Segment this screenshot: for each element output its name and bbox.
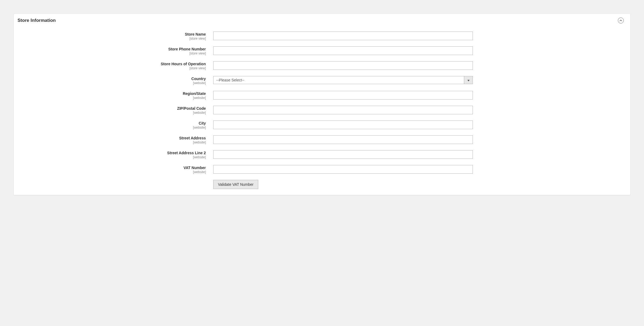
collapse-toggle-button[interactable] [618, 18, 624, 23]
store-phone-label-col: Store Phone Number [store view] [20, 46, 213, 55]
store-information-panel: Store Information Store Name [store view… [13, 13, 631, 195]
street1-row: Street Address [website] [20, 135, 624, 144]
region-state-scope: [website] [20, 96, 206, 100]
chevron-up-icon [619, 19, 622, 23]
zip-label-col: ZIP/Postal Code [website] [20, 106, 213, 115]
city-label-col: City [website] [20, 121, 213, 129]
zip-row: ZIP/Postal Code [website] [20, 106, 624, 115]
region-state-label: Region/State [20, 91, 206, 96]
store-name-label: Store Name [20, 32, 206, 36]
store-phone-label: Store Phone Number [20, 47, 206, 51]
region-state-label-col: Region/State [website] [20, 91, 213, 100]
store-hours-label: Store Hours of Operation [20, 62, 206, 66]
store-phone-input[interactable] [213, 46, 473, 55]
country-scope: [website] [20, 81, 206, 85]
country-select-arrow [464, 76, 473, 84]
city-input-col [213, 121, 473, 129]
store-phone-scope: [store view] [20, 52, 206, 55]
store-phone-input-col [213, 46, 473, 55]
validate-vat-spacer [20, 180, 213, 180]
vat-row: VAT Number [website] [20, 165, 624, 174]
street1-scope: [website] [20, 140, 206, 144]
store-hours-input[interactable] [213, 61, 473, 70]
country-select-value: --Please Select-- [213, 76, 464, 84]
street1-label: Street Address [20, 136, 206, 140]
validate-vat-button-col: Validate VAT Number [213, 180, 473, 189]
city-scope: [website] [20, 126, 206, 129]
vat-label-col: VAT Number [website] [20, 165, 213, 174]
street2-label: Street Address Line 2 [20, 151, 206, 155]
store-name-row: Store Name [store view] [20, 32, 624, 40]
street2-input[interactable] [213, 150, 473, 159]
city-row: City [website] [20, 121, 624, 129]
store-hours-input-col [213, 61, 473, 70]
vat-label: VAT Number [20, 166, 206, 170]
store-hours-row: Store Hours of Operation [store view] [20, 61, 624, 70]
street2-label-col: Street Address Line 2 [website] [20, 150, 213, 159]
country-label: Country [20, 77, 206, 81]
street2-input-col [213, 150, 473, 159]
country-row: Country [website] --Please Select-- [20, 76, 624, 85]
vat-input-col [213, 165, 473, 174]
street1-label-col: Street Address [website] [20, 135, 213, 144]
zip-label: ZIP/Postal Code [20, 106, 206, 111]
store-name-input-col [213, 32, 473, 40]
store-phone-row: Store Phone Number [store view] [20, 46, 624, 55]
region-state-input[interactable] [213, 91, 473, 99]
country-select[interactable]: --Please Select-- [213, 76, 473, 84]
street1-input[interactable] [213, 135, 473, 144]
region-state-row: Region/State [website] [20, 91, 624, 100]
city-input[interactable] [213, 121, 473, 129]
panel-header: Store Information [14, 14, 630, 26]
country-label-col: Country [website] [20, 76, 213, 85]
zip-scope: [website] [20, 111, 206, 115]
vat-input[interactable] [213, 165, 473, 174]
vat-scope: [website] [20, 170, 206, 174]
city-label: City [20, 121, 206, 125]
country-input-col: --Please Select-- [213, 76, 473, 84]
street2-row: Street Address Line 2 [website] [20, 150, 624, 159]
store-hours-scope: [store view] [20, 66, 206, 70]
store-hours-label-col: Store Hours of Operation [store view] [20, 61, 213, 70]
zip-input[interactable] [213, 106, 473, 114]
street1-input-col [213, 135, 473, 144]
caret-down-icon [467, 78, 470, 82]
validate-vat-button[interactable]: Validate VAT Number [213, 180, 258, 189]
store-name-scope: [store view] [20, 37, 206, 40]
panel-body: Store Name [store view] Store Phone Numb… [14, 26, 630, 195]
region-state-input-col [213, 91, 473, 99]
panel-title: Store Information [18, 18, 56, 23]
validate-vat-row: Validate VAT Number [20, 180, 624, 189]
store-name-label-col: Store Name [store view] [20, 32, 213, 40]
store-name-input[interactable] [213, 32, 473, 40]
zip-input-col [213, 106, 473, 114]
street2-scope: [website] [20, 155, 206, 159]
